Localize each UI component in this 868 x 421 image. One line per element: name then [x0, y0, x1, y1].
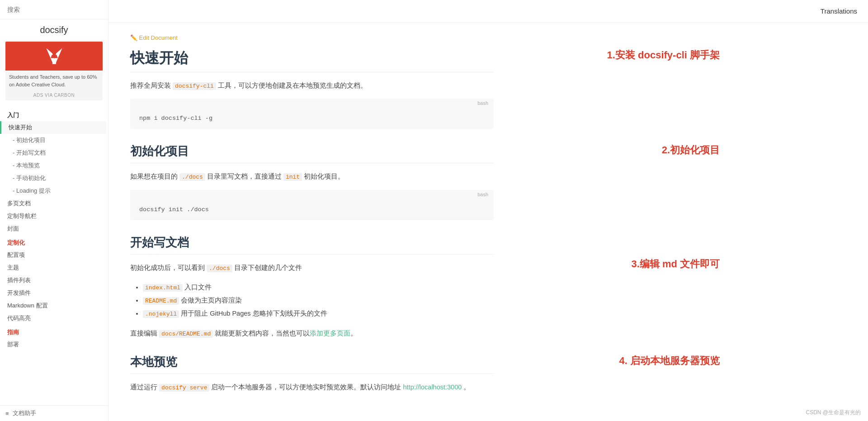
sidebar-bottom: ≡ 文档助手 [0, 405, 108, 421]
code-content-init: docsify init ./docs [130, 199, 494, 220]
docsify-serve-code: docsify serve [159, 384, 209, 392]
section-start-writing: 开始写文档 初始化成功后，可以看到 ./docs 目录下创建的几个文件 inde… [130, 235, 494, 340]
nav-item-deploy[interactable]: 部署 [0, 338, 108, 351]
edit-md-desc: 直接编辑 docs/README.md 就能更新文档内容，当然也可以添加更多页面… [130, 327, 494, 339]
nav-item-quickstart[interactable]: 快速开始 [0, 121, 106, 134]
doc-assistant-label: 文档助手 [13, 409, 36, 417]
edit-document-link[interactable]: ✏️ Edit Document [130, 34, 178, 41]
code-block-npm: bash npm i docsify-cli -g [130, 99, 494, 129]
code-lang-bash-1: bash [130, 99, 494, 108]
annotation-3: 3.编辑 md 文件即可 [631, 257, 720, 271]
nav-item-theme[interactable]: 主题 [0, 261, 108, 274]
nav-item-config[interactable]: 配置项 [0, 249, 108, 261]
nav-item-cover[interactable]: 封面 [0, 222, 108, 235]
nav-item-plugins[interactable]: 插件列表 [0, 274, 108, 287]
start-writing-desc: 初始化成功后，可以看到 ./docs 目录下创建的几个文件 [130, 262, 494, 274]
section-init-project: 初始化项目 如果想在项目的 ./docs 目录里写文档，直接通过 init 初始… [130, 143, 494, 220]
code-content-npm: npm i docsify-cli -g [130, 108, 494, 129]
nav-item-code-highlight[interactable]: 代码高亮 [0, 312, 108, 325]
docsify-cli-code: docsify-cli [173, 82, 216, 90]
nav-section-guide: 指南 [0, 325, 108, 338]
menu-icon: ≡ [5, 410, 9, 417]
code-lang-bash-2: bash [130, 190, 494, 199]
main-content: Translations ✏️ Edit Document 快速开始 推荐全局安… [108, 0, 868, 421]
docs-readme-code: docs/README.md [159, 330, 213, 338]
nav-section-intro: 入门 [0, 108, 108, 121]
init-project-desc: 如果想在项目的 ./docs 目录里写文档，直接通过 init 初始化项目。 [130, 170, 494, 182]
section-local-preview: 本地预览 通过运行 docsify serve 启动一个本地服务器，可以方便地实… [130, 354, 494, 393]
quickstart-title: 快速开始 [130, 48, 494, 72]
ad-logo [5, 42, 103, 71]
list-item-nojekyll: .nojekyll 用于阻止 GitHub Pages 忽略掉下划线开头的文件 [143, 307, 494, 320]
nav-item-local-preview[interactable]: - 本地预览 [0, 159, 108, 172]
brand-name: docsify [40, 25, 68, 35]
watermark: CSDN @生命是有光的 [806, 409, 861, 416]
translations-link[interactable]: Translations [821, 7, 857, 15]
nav-item-custom-nav[interactable]: 定制导航栏 [0, 210, 108, 222]
nav-item-init-project[interactable]: - 初始化项目 [0, 134, 108, 147]
topbar: Translations [108, 0, 868, 23]
quickstart-desc: 推荐全局安装 docsify-cli 工具，可以方便地创建及在本地预览生成的文档… [130, 80, 494, 91]
docs-path-code: ./docs [179, 173, 205, 181]
adobe-cc-icon [44, 46, 64, 66]
localhost-link[interactable]: http://localhost:3000 [403, 383, 462, 391]
docs-dir-code: ./docs [207, 265, 232, 272]
ad-label: ADS VIA CARBON [5, 91, 103, 100]
nav-item-dev-plugins[interactable]: 开发插件 [0, 287, 108, 299]
ad-text: Students and Teachers, save up to 60% on… [5, 71, 103, 91]
nav-item-multipage[interactable]: 多页文档 [0, 197, 108, 210]
annotation-1: 1.安装 docsify-cli 脚手架 [607, 48, 720, 62]
local-preview-desc: 通过运行 docsify serve 启动一个本地服务器，可以方便地实时预览效果… [130, 381, 494, 393]
sidebar-nav: 入门 快速开始 - 初始化项目 - 开始写文档 - 本地预览 - 手动初始化 -… [0, 104, 108, 405]
list-item-index: index.html 入口文件 [143, 281, 494, 294]
nav-section-customization: 定制化 [0, 235, 108, 249]
readme-md-code: README.md [143, 297, 179, 305]
brand: docsify [0, 19, 108, 38]
local-preview-title: 本地预览 [130, 354, 494, 374]
nav-item-start-writing[interactable]: - 开始写文档 [0, 147, 108, 159]
search-input[interactable] [7, 6, 101, 13]
annotation-4: 4. 启动本地服务器预览 [619, 354, 720, 368]
init-code: init [283, 173, 302, 181]
sidebar: docsify Students and Teachers, save up t… [0, 0, 108, 421]
index-html-code: index.html [143, 284, 183, 292]
code-block-init: bash docsify init ./docs [130, 190, 494, 220]
init-project-title: 初始化项目 [130, 143, 494, 163]
sidebar-ad[interactable]: Students and Teachers, save up to 60% on… [5, 42, 103, 100]
file-list: index.html 入口文件 README.md 会做为主页内容渲染 .noj… [130, 281, 494, 320]
section-quickstart: 快速开始 推荐全局安装 docsify-cli 工具，可以方便地创建及在本地预览… [130, 48, 494, 129]
start-writing-title: 开始写文档 [130, 235, 494, 255]
add-more-pages-link[interactable]: 添加更多页面 [310, 330, 350, 337]
nojekyll-code: .nojekyll [143, 310, 179, 318]
nav-item-manual-init[interactable]: - 手动初始化 [0, 172, 108, 184]
search-box[interactable] [0, 0, 108, 19]
nav-item-loading[interactable]: - Loading 提示 [0, 184, 108, 197]
nav-item-markdown[interactable]: Markdown 配置 [0, 299, 108, 312]
list-item-readme: README.md 会做为主页内容渲染 [143, 294, 494, 307]
content-area: ✏️ Edit Document 快速开始 推荐全局安装 docsify-cli… [108, 23, 515, 421]
annotation-2: 2.初始化项目 [662, 143, 720, 157]
